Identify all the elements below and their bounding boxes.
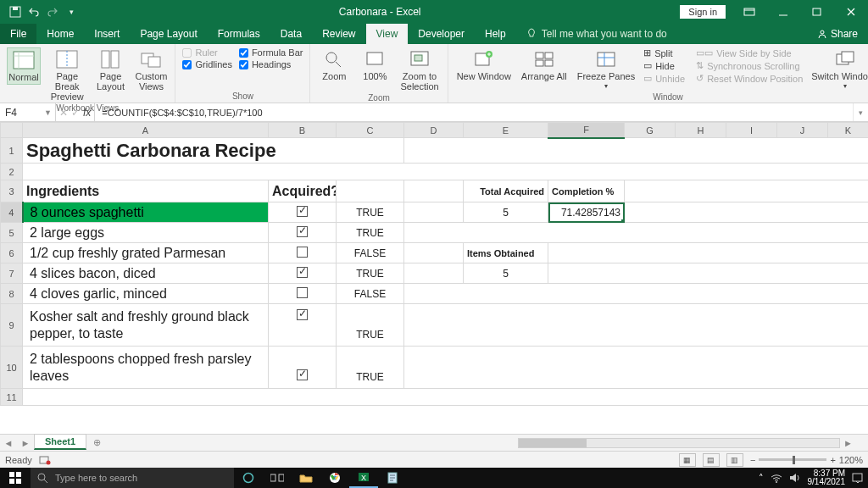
taskbar-search[interactable]: Type here to search (31, 468, 234, 488)
cell-C7[interactable]: TRUE (337, 263, 404, 284)
cell-B9[interactable] (269, 304, 337, 347)
page-layout-view-icon[interactable]: ▤ (703, 453, 720, 467)
row-header[interactable]: 2 (1, 164, 23, 180)
zoom-100-button[interactable]: 100% (358, 47, 392, 83)
headings-checkbox[interactable]: Headings (239, 59, 303, 69)
tab-home[interactable]: Home (36, 24, 84, 44)
task-view-icon[interactable] (263, 468, 292, 488)
row-header[interactable]: 9 (1, 304, 23, 347)
cell-C8[interactable]: FALSE (337, 284, 404, 304)
row-header[interactable]: 8 (1, 284, 23, 304)
cell-B8[interactable] (269, 284, 337, 304)
close-icon[interactable] (834, 0, 868, 24)
qat-more-icon[interactable]: ▾ (63, 3, 80, 20)
cell-A1[interactable]: Spaghetti Carbonara Recipe (23, 138, 404, 164)
tell-me[interactable]: Tell me what you want to do (516, 24, 667, 44)
tab-developer[interactable]: Developer (408, 24, 475, 44)
cell-A3[interactable]: Ingredients (23, 180, 269, 202)
zoom-out-button[interactable]: − (750, 455, 755, 465)
cell-C6[interactable]: FALSE (337, 243, 404, 263)
checkbox-icon[interactable] (297, 267, 308, 278)
cell-E7[interactable]: 5 (464, 263, 548, 284)
horizontal-scrollbar[interactable]: ► (107, 435, 868, 451)
cell-B5[interactable] (269, 223, 337, 243)
col-J[interactable]: J (777, 123, 828, 138)
chrome-icon[interactable] (320, 468, 349, 488)
zoom-in-button[interactable]: + (830, 455, 835, 465)
row-header[interactable]: 6 (1, 243, 23, 263)
cortana-icon[interactable] (234, 468, 263, 488)
excel-icon[interactable]: X (349, 468, 378, 488)
cell-A5[interactable]: 2 large eggs (23, 223, 269, 243)
tray-chevron-icon[interactable]: ˄ (759, 473, 764, 484)
cancel-formula-icon[interactable]: ✕ (59, 107, 68, 119)
cell-E4[interactable]: 5 (464, 202, 548, 223)
switch-windows-button[interactable]: Switch Windows▾ (810, 47, 868, 92)
cell-A7[interactable]: 4 slices bacon, diced (23, 263, 269, 284)
ribbon-options-icon[interactable] (732, 0, 766, 24)
cell-B3[interactable]: Acquired? (269, 180, 337, 202)
col-E[interactable]: E (464, 123, 548, 138)
sheet-nav-prev[interactable]: ◄ (0, 435, 17, 451)
taskbar-clock[interactable]: 8:37 PM 9/14/2021 (808, 469, 846, 486)
enter-formula-icon[interactable]: ✓ (71, 107, 80, 119)
formula-bar-checkbox[interactable]: Formula Bar (239, 47, 303, 58)
checkbox-icon[interactable] (297, 206, 308, 217)
formula-input[interactable]: =COUNTIF($C$4:$C$10,TRUE)/7*100 (95, 103, 853, 121)
col-D[interactable]: D (404, 123, 464, 138)
cell-F4[interactable]: 71.42857143 (548, 202, 625, 223)
cell-A8[interactable]: 4 cloves garlic, minced (23, 284, 269, 304)
chevron-down-icon[interactable]: ▼ (44, 108, 52, 117)
row-header[interactable]: 5 (1, 223, 23, 243)
checkbox-icon[interactable] (297, 309, 308, 320)
normal-view-button[interactable]: Normal (7, 47, 41, 85)
signin-button[interactable]: Sign in (680, 5, 726, 19)
col-I[interactable]: I (726, 123, 777, 138)
row-header[interactable]: 1 (1, 138, 23, 164)
checkbox-icon[interactable] (297, 287, 308, 298)
page-break-preview-button[interactable]: Page Break Preview (47, 47, 86, 103)
maximize-icon[interactable] (800, 0, 834, 24)
column-headers[interactable]: A B C D E F G H I J K (1, 123, 869, 138)
undo-icon[interactable] (25, 3, 42, 20)
zoom-button[interactable]: Zoom (317, 47, 351, 83)
expand-formula-icon[interactable]: ▾ (853, 103, 868, 121)
file-explorer-icon[interactable] (292, 468, 320, 488)
share-button[interactable]: Share (807, 24, 868, 44)
row-header[interactable]: 10 (1, 347, 23, 389)
row-header[interactable]: 3 (1, 180, 23, 202)
name-box[interactable]: F4▼ (0, 103, 56, 121)
cell-B4[interactable] (269, 202, 337, 223)
tab-help[interactable]: Help (475, 24, 516, 44)
cell-A9[interactable]: Kosher salt and freshly ground black pep… (23, 304, 269, 347)
col-A[interactable]: A (23, 123, 269, 138)
page-break-view-icon[interactable]: ▥ (726, 453, 743, 467)
arrange-all-button[interactable]: Arrange All (520, 47, 569, 83)
tab-review[interactable]: Review (312, 24, 365, 44)
col-B[interactable]: B (269, 123, 337, 138)
tab-file[interactable]: File (0, 24, 36, 44)
zoom-level[interactable]: 120% (839, 455, 863, 465)
ruler-checkbox[interactable]: Ruler (182, 47, 231, 58)
cell-B7[interactable] (269, 263, 337, 284)
worksheet-grid[interactable]: A B C D E F G H I J K 1Spaghetti Carbona… (0, 122, 868, 434)
cell-C5[interactable]: TRUE (337, 223, 404, 243)
cell-B6[interactable] (269, 243, 337, 263)
tab-page-layout[interactable]: Page Layout (130, 24, 207, 44)
sheet-tab-sheet1[interactable]: Sheet1 (34, 434, 86, 450)
split-button[interactable]: ⊞Split (643, 47, 689, 58)
col-K[interactable]: K (828, 123, 869, 138)
custom-views-button[interactable]: Custom Views (134, 47, 168, 93)
cell-B10[interactable] (269, 347, 337, 389)
cell-A10[interactable]: 2 tablespoons chopped fresh parsley leav… (23, 347, 269, 389)
cell-C9[interactable]: TRUE (337, 304, 404, 347)
zoom-selection-button[interactable]: Zoom to Selection (398, 47, 440, 93)
autosave-icon[interactable] (7, 3, 24, 20)
zoom-slider[interactable] (759, 458, 826, 461)
page-layout-button[interactable]: Page Layout (93, 47, 127, 93)
select-all-corner[interactable] (1, 123, 23, 138)
cell-C4[interactable]: TRUE (337, 202, 404, 223)
tab-formulas[interactable]: Formulas (208, 24, 270, 44)
cell-E3[interactable]: Total Acquired (464, 180, 548, 202)
volume-icon[interactable] (789, 473, 801, 483)
